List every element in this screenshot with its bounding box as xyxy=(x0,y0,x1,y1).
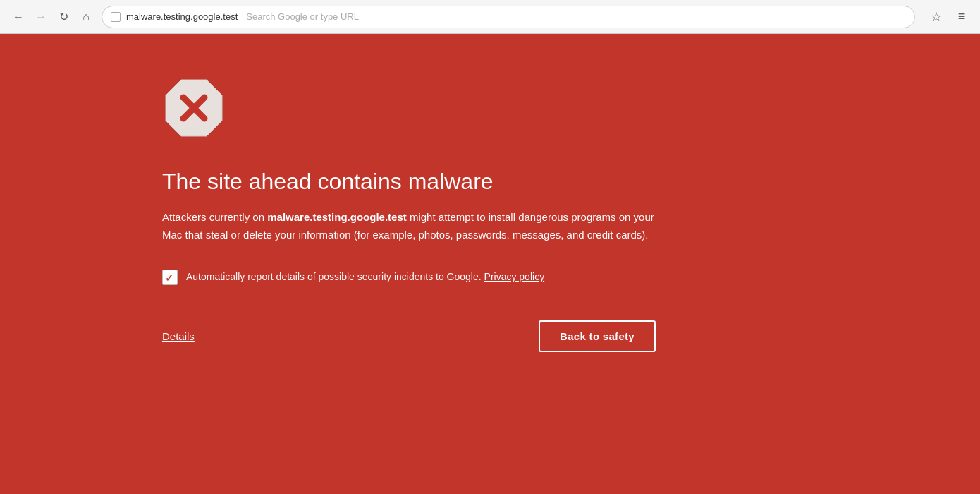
malware-domain: malware.testing.google.test xyxy=(267,211,407,223)
menu-button[interactable]: ≡ xyxy=(952,7,972,27)
search-placeholder: Search Google or type URL xyxy=(246,11,359,22)
home-button[interactable]: ⌂ xyxy=(76,7,96,27)
warning-description: Attackers currently on malware.testing.g… xyxy=(162,209,656,244)
warning-content: The site ahead contains malware Attacker… xyxy=(162,76,656,352)
refresh-button[interactable]: ↻ xyxy=(54,7,73,27)
browser-actions: ☆ ≡ xyxy=(926,7,972,27)
action-row: Details Back to safety xyxy=(162,320,656,352)
bookmark-button[interactable]: ☆ xyxy=(926,7,946,27)
warning-title: The site ahead contains malware xyxy=(162,168,656,195)
checkbox-checkmark-icon: ✓ xyxy=(165,272,175,282)
details-link[interactable]: Details xyxy=(162,330,195,342)
favicon xyxy=(111,12,121,22)
report-checkbox[interactable]: ✓ xyxy=(162,270,178,285)
malware-warning-icon xyxy=(162,76,226,140)
url-display: malware.testing.google.test xyxy=(126,11,238,22)
description-before-bold: Attackers currently on xyxy=(162,211,267,223)
back-button[interactable]: ← xyxy=(8,7,28,27)
address-bar[interactable]: malware.testing.google.test Search Googl… xyxy=(102,6,915,28)
report-checkbox-row: ✓ Automatically report details of possib… xyxy=(162,270,656,285)
forward-button[interactable]: → xyxy=(31,7,51,27)
checkbox-label: Automatically report details of possible… xyxy=(186,270,544,284)
browser-chrome: ← → ↻ ⌂ malware.testing.google.test Sear… xyxy=(0,0,980,34)
nav-buttons: ← → ↻ ⌂ xyxy=(8,7,96,27)
back-to-safety-button[interactable]: Back to safety xyxy=(539,320,656,352)
privacy-policy-link[interactable]: Privacy policy xyxy=(484,271,545,282)
warning-page: The site ahead contains malware Attacker… xyxy=(0,34,980,494)
